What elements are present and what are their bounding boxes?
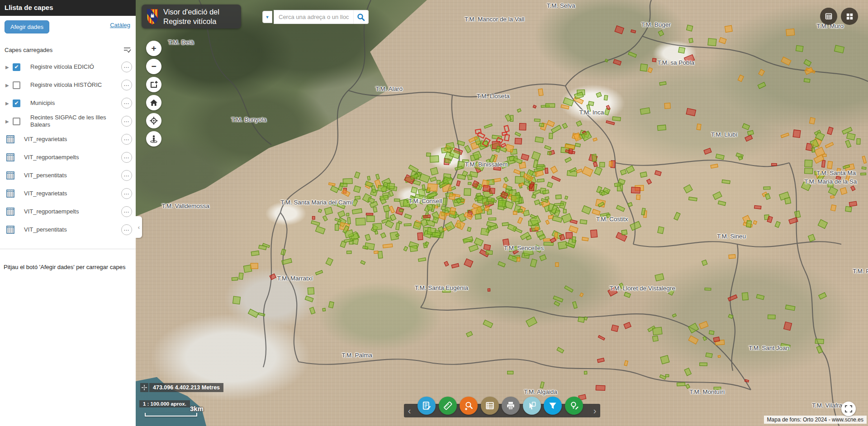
- print-button[interactable]: [502, 397, 520, 415]
- table-layer-icon: [6, 189, 15, 198]
- add-data-hint: Pitjau el botó 'Afegir dades' per carreg…: [0, 249, 136, 270]
- table-icon: [485, 401, 495, 411]
- table-layer-icon: [6, 226, 15, 234]
- app-title-card: Visor d'edició del Registre vitícola: [142, 5, 241, 28]
- table-layer-icon: [6, 171, 15, 180]
- expand-arrow-icon[interactable]: ▶: [5, 101, 12, 106]
- apps-grid-button[interactable]: [841, 8, 858, 25]
- select-features-button[interactable]: [523, 397, 541, 415]
- layers-sidebar: Llista de capes Afegir dades Catàleg Cap…: [0, 0, 136, 426]
- layer-menu-button[interactable]: …: [121, 224, 132, 235]
- attribute-table-button[interactable]: [481, 397, 499, 415]
- app-root: Llista de capes Afegir dades Catàleg Cap…: [0, 0, 868, 426]
- balearic-coat-of-arms-logo: [146, 8, 159, 26]
- layer-menu-button[interactable]: …: [121, 116, 132, 127]
- layer-label: Registre vitícola EDICIÓ: [22, 63, 121, 71]
- top-right-buttons: [820, 8, 858, 25]
- layer-checkbox[interactable]: ✔: [13, 99, 20, 107]
- home-button[interactable]: [146, 95, 161, 110]
- map-controls: + −: [146, 41, 161, 147]
- toolbar-scroll-right[interactable]: ›: [591, 405, 599, 417]
- layer-checkbox[interactable]: [13, 118, 20, 125]
- layer-menu-button[interactable]: …: [121, 80, 132, 90]
- search-icon: [357, 13, 365, 21]
- pegman-icon: [150, 135, 158, 143]
- chevron-down-icon: ▼: [266, 15, 270, 19]
- funnel-icon: [548, 401, 558, 411]
- edit-annotations-button[interactable]: [417, 397, 436, 415]
- expand-arrow-icon[interactable]: ▶: [5, 83, 12, 88]
- layer-row: VIT_regvarietats…: [0, 130, 136, 148]
- add-data-button[interactable]: Afegir dades: [5, 20, 49, 33]
- layer-checkbox[interactable]: ✔: [13, 63, 20, 71]
- layer-menu-button[interactable]: …: [121, 170, 132, 181]
- minus-icon: −: [151, 62, 156, 71]
- ruler-icon: [443, 401, 453, 411]
- crosshair-icon: [140, 383, 148, 392]
- coordinates-value: 473.096 4.402.213 Metres: [149, 383, 223, 392]
- zoom-out-button[interactable]: −: [146, 59, 161, 74]
- grid-panel-icon: [824, 12, 833, 21]
- layer-label: VIT_regportaempelts: [16, 154, 121, 161]
- toolbar-buttons: [417, 397, 583, 415]
- table-layer-icon: [6, 153, 15, 161]
- chevron-left-icon: ‹: [138, 224, 140, 231]
- map-canvas[interactable]: T.M. SelvaT.M. Mancor de la VallT.M. Búg…: [136, 0, 868, 426]
- layer-label: VIT_regvarietats: [16, 136, 121, 143]
- advanced-search-button[interactable]: [460, 397, 478, 415]
- suggest-edit-button[interactable]: [565, 397, 583, 415]
- zoom-extent-button[interactable]: [146, 77, 161, 92]
- bulb-edit-icon: [569, 401, 579, 411]
- target-icon: [150, 117, 158, 125]
- layer-menu-button[interactable]: …: [121, 98, 132, 109]
- order-layers-icon[interactable]: [123, 46, 131, 53]
- apps-grid-icon: [845, 12, 854, 21]
- scale-bar: [145, 413, 197, 417]
- layer-row: VIT_regportaempelts…: [0, 148, 136, 166]
- streetview-button[interactable]: [146, 131, 161, 147]
- pointer-select-icon: [527, 401, 537, 411]
- expand-arrow-icon[interactable]: ▶: [5, 119, 12, 124]
- scale-text: 1 : 100.000 aprox.: [139, 400, 190, 407]
- layer-row: ▶✔Municipis…: [0, 94, 136, 112]
- layer-label: Registre vitícola HISTÒRIC: [22, 81, 121, 89]
- magnifier-plus-icon: [464, 401, 474, 411]
- layer-menu-button[interactable]: …: [121, 188, 132, 199]
- printer-icon: [506, 401, 516, 411]
- layer-menu-button[interactable]: …: [121, 62, 132, 72]
- layer-checkbox[interactable]: [13, 81, 20, 89]
- sidebar-title: Llista de capes: [0, 0, 136, 16]
- toolbar-scroll-left[interactable]: ‹: [405, 405, 413, 417]
- layer-row: ▶Recintes SIGPAC de les Illes Balears…: [0, 112, 136, 130]
- bottom-toolbar: ‹ ›: [404, 404, 600, 417]
- layer-row: VIT_persentitats…: [0, 166, 136, 185]
- scale-bar-label: 3km: [190, 405, 204, 412]
- plus-icon: +: [151, 43, 156, 53]
- search-options-dropdown[interactable]: ▼: [262, 11, 272, 23]
- layer-row: ▶✔Registre vitícola EDICIÓ…: [0, 58, 136, 76]
- sidebar-collapse-handle[interactable]: ‹: [136, 216, 142, 238]
- layer-row: VIT_persentitats…: [0, 221, 136, 239]
- layer-row: VIT_regportaempelts…: [0, 203, 136, 221]
- home-icon: [150, 99, 158, 107]
- fullscreen-icon: [845, 405, 852, 412]
- filter-button[interactable]: [544, 397, 562, 415]
- geolocate-button[interactable]: [146, 113, 161, 128]
- layer-menu-button[interactable]: …: [121, 134, 132, 145]
- measure-button[interactable]: [439, 397, 457, 415]
- search-button[interactable]: [353, 10, 369, 24]
- table-layer-icon: [6, 135, 15, 143]
- layer-label: VIT_regportaempelts: [16, 208, 121, 215]
- search-input[interactable]: [274, 10, 353, 24]
- layer-label: VIT_regvarietats: [16, 190, 121, 197]
- table-layer-icon: [6, 208, 15, 216]
- fullscreen-button[interactable]: [841, 402, 856, 416]
- layer-menu-button[interactable]: …: [121, 206, 132, 217]
- basemap-panel-button[interactable]: [820, 8, 837, 25]
- expand-arrow-icon[interactable]: ▶: [5, 65, 12, 70]
- layer-label: Recintes SIGPAC de les Illes Balears: [22, 114, 121, 129]
- catalog-link[interactable]: Catàleg: [110, 22, 130, 28]
- zoom-in-button[interactable]: +: [146, 41, 161, 56]
- layer-list: ▶✔Registre vitícola EDICIÓ…▶Registre vit…: [0, 58, 136, 239]
- layer-menu-button[interactable]: …: [121, 152, 132, 163]
